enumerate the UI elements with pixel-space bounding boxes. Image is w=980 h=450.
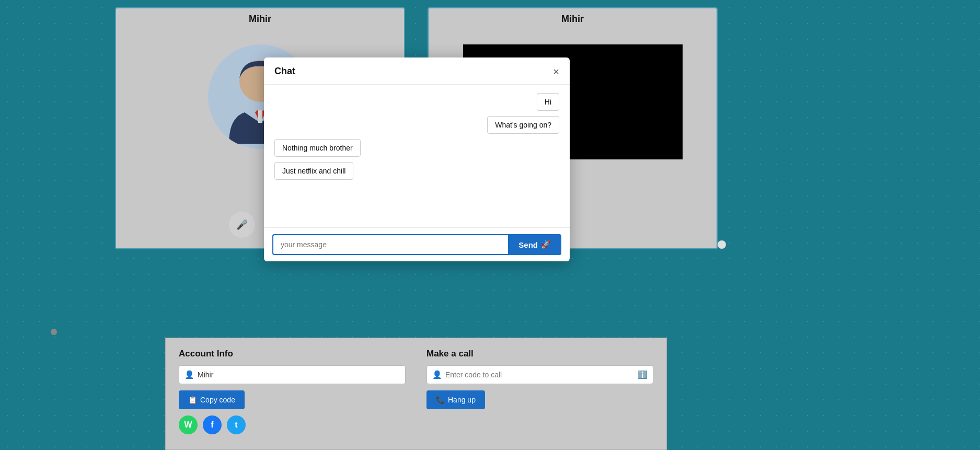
rocket-icon: 🚀 (541, 240, 551, 249)
message-input[interactable] (272, 234, 508, 255)
mic-icon: 🎤 (236, 219, 248, 230)
whatsapp-icon[interactable]: W (179, 416, 198, 434)
message-row: Nothing much brother (274, 139, 559, 157)
message-bubble: Nothing much brother (274, 139, 361, 157)
phone-icon: 📞 (436, 396, 445, 404)
message-bubble: Just netflix and chill (274, 162, 353, 180)
account-name-input[interactable] (198, 371, 400, 379)
indicator-dot-left (51, 329, 57, 335)
make-call-section: Make a call 👤 ℹ️ 📞 Hang up (426, 349, 653, 439)
make-call-title: Make a call (426, 349, 653, 359)
enter-code-input[interactable] (445, 371, 635, 379)
copy-code-label: Copy code (200, 396, 235, 404)
account-name-row: 👤 (179, 365, 406, 384)
chat-modal: Chat × Hi What's going on? Nothing much … (264, 57, 570, 261)
person-icon-call: 👤 (432, 370, 442, 379)
message-bubble: What's going on? (487, 116, 559, 134)
twitter-icon[interactable]: t (227, 416, 246, 434)
chat-footer: Send 🚀 (264, 227, 570, 261)
account-info-section: Account Info 👤 📋 Copy code W f t (179, 349, 406, 439)
person-icon: 👤 (185, 370, 194, 379)
message-row: Hi (274, 93, 559, 111)
message-bubble: Hi (537, 93, 559, 111)
right-panel-name: Mihir (561, 8, 584, 29)
send-label: Send (518, 240, 538, 249)
chat-title: Chat (274, 66, 295, 77)
chat-body: Hi What's going on? Nothing much brother… (264, 85, 570, 227)
hang-up-label: Hang up (448, 396, 476, 404)
left-panel-name: Mihir (249, 8, 271, 29)
send-button[interactable]: Send 🚀 (508, 234, 561, 255)
svg-rect-1 (258, 110, 262, 123)
close-chat-button[interactable]: × (553, 66, 559, 77)
message-row: Just netflix and chill (274, 162, 559, 180)
hang-up-button[interactable]: 📞 Hang up (426, 390, 485, 409)
mic-button[interactable]: 🎤 (229, 212, 255, 238)
facebook-icon[interactable]: f (203, 416, 222, 434)
social-icons-row: W f t (179, 416, 406, 434)
copy-code-button[interactable]: 📋 Copy code (179, 390, 245, 409)
bottom-panel: Account Info 👤 📋 Copy code W f t Make a … (165, 338, 667, 450)
message-row: What's going on? (274, 116, 559, 134)
enter-code-row: 👤 ℹ️ (426, 365, 653, 384)
info-icon: ℹ️ (638, 370, 648, 379)
chat-header: Chat × (264, 57, 570, 85)
account-info-title: Account Info (179, 349, 406, 359)
indicator-dot-right (718, 240, 726, 249)
copy-icon: 📋 (188, 396, 197, 404)
